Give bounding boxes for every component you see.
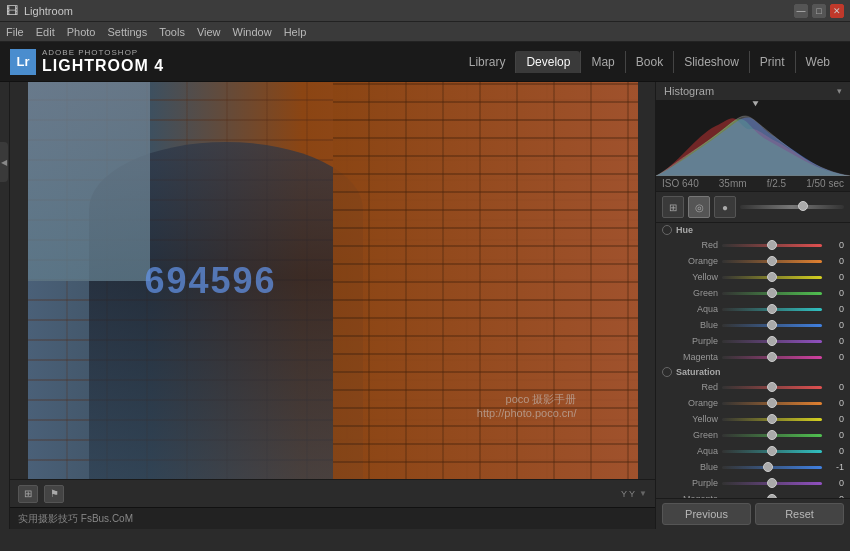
sat-green-slider[interactable] — [722, 429, 822, 441]
tab-web[interactable]: Web — [795, 51, 840, 73]
header: Lr ADOBE PHOTOSHOP LIGHTROOM 4 Library D… — [0, 42, 850, 82]
saturation-toggle-circle — [662, 367, 672, 377]
panel-footer: Previous Reset — [656, 498, 850, 529]
flag-btn[interactable]: ⚑ — [44, 485, 64, 503]
hue-section-toggle[interactable]: Hue — [656, 223, 850, 237]
sat-aqua-value: 0 — [826, 446, 844, 456]
hue-yellow-row: Yellow 0 — [656, 269, 850, 285]
zoom-label: Y Y — [621, 489, 635, 499]
reset-button[interactable]: Reset — [755, 503, 844, 525]
left-panel: ◀ — [0, 82, 10, 529]
photo-watermark: 694596 — [144, 260, 276, 302]
menu-photo[interactable]: Photo — [67, 26, 96, 38]
hue-red-row: Red 0 — [656, 237, 850, 253]
center-panel: 694596 poco 摄影手册 http://photo.poco.cn/ ⊞… — [10, 82, 655, 529]
iso-info: ISO 640 — [662, 178, 699, 189]
sliders-panel: Hue Red 0 Orange 0 — [656, 223, 850, 498]
sat-yellow-label: Yellow — [670, 414, 718, 424]
hue-toggle-circle — [662, 225, 672, 235]
shutter-info: 1/50 sec — [806, 178, 844, 189]
camera-info: ISO 640 35mm f/2.5 1/50 sec — [656, 176, 850, 192]
saturation-label: Saturation — [676, 367, 721, 377]
sat-green-value: 0 — [826, 430, 844, 440]
sat-red-label: Red — [670, 382, 718, 392]
previous-button[interactable]: Previous — [662, 503, 751, 525]
tone-slider[interactable] — [740, 205, 844, 209]
tab-map[interactable]: Map — [580, 51, 624, 73]
crop-tool-btn[interactable]: ⊞ — [18, 485, 38, 503]
sat-aqua-slider[interactable] — [722, 445, 822, 457]
tab-library[interactable]: Library — [459, 51, 516, 73]
sat-blue-slider[interactable] — [722, 461, 822, 473]
menu-tools[interactable]: Tools — [159, 26, 185, 38]
histogram-header: Histogram ▾ — [656, 82, 850, 101]
sat-magenta-row: Magenta 0 — [656, 491, 850, 498]
sat-blue-value: -1 — [826, 462, 844, 472]
hue-blue-slider[interactable] — [722, 319, 822, 331]
tab-print[interactable]: Print — [749, 51, 795, 73]
minimize-button[interactable]: — — [794, 4, 808, 18]
photo-toolbar: ⊞ ⚑ Y Y ▼ — [10, 479, 655, 507]
histogram-chart — [656, 101, 850, 176]
dot-tool[interactable]: ● — [714, 196, 736, 218]
histogram-chevron[interactable]: ▾ — [837, 86, 842, 96]
hue-magenta-label: Magenta — [670, 352, 718, 362]
menu-window[interactable]: Window — [233, 26, 272, 38]
maximize-button[interactable]: □ — [812, 4, 826, 18]
sat-orange-value: 0 — [826, 398, 844, 408]
hue-blue-label: Blue — [670, 320, 718, 330]
menu-help[interactable]: Help — [284, 26, 307, 38]
aperture-info: f/2.5 — [767, 178, 786, 189]
hue-orange-value: 0 — [826, 256, 844, 266]
sat-blue-row: Blue -1 — [656, 459, 850, 475]
menu-view[interactable]: View — [197, 26, 221, 38]
hue-green-value: 0 — [826, 288, 844, 298]
hue-purple-slider[interactable] — [722, 335, 822, 347]
menu-file[interactable]: File — [6, 26, 24, 38]
sat-red-value: 0 — [826, 382, 844, 392]
titlebar: 🎞 Lightroom — □ ✕ — [0, 0, 850, 22]
left-panel-toggle[interactable]: ◀ — [0, 142, 8, 182]
hue-orange-slider[interactable] — [722, 255, 822, 267]
logo-text: ADOBE PHOTOSHOP LIGHTROOM 4 — [42, 48, 164, 75]
tab-slideshow[interactable]: Slideshow — [673, 51, 749, 73]
tool-icons-row: ⊞ ◎ ● — [656, 192, 850, 223]
sat-yellow-row: Yellow 0 — [656, 411, 850, 427]
hue-aqua-slider[interactable] — [722, 303, 822, 315]
hue-orange-row: Orange 0 — [656, 253, 850, 269]
hue-yellow-slider[interactable] — [722, 271, 822, 283]
tab-book[interactable]: Book — [625, 51, 673, 73]
hue-aqua-row: Aqua 0 — [656, 301, 850, 317]
sat-orange-label: Orange — [670, 398, 718, 408]
hue-magenta-value: 0 — [826, 352, 844, 362]
sat-purple-slider[interactable] — [722, 477, 822, 489]
window-controls: — □ ✕ — [794, 4, 844, 18]
grid-tool[interactable]: ⊞ — [662, 196, 684, 218]
logo-area: Lr ADOBE PHOTOSHOP LIGHTROOM 4 — [10, 48, 164, 75]
sat-aqua-label: Aqua — [670, 446, 718, 456]
menubar: File Edit Photo Settings Tools View Wind… — [0, 22, 850, 42]
hue-red-value: 0 — [826, 240, 844, 250]
sat-orange-row: Orange 0 — [656, 395, 850, 411]
hue-label: Hue — [676, 225, 693, 235]
hue-green-label: Green — [670, 288, 718, 298]
hue-blue-value: 0 — [826, 320, 844, 330]
menu-edit[interactable]: Edit — [36, 26, 55, 38]
sat-orange-slider[interactable] — [722, 397, 822, 409]
saturation-section-toggle[interactable]: Saturation — [656, 365, 850, 379]
histogram-area — [656, 101, 850, 176]
hue-magenta-slider[interactable] — [722, 351, 822, 363]
hue-purple-label: Purple — [670, 336, 718, 346]
sat-magenta-slider[interactable] — [722, 493, 822, 498]
hue-red-slider[interactable] — [722, 239, 822, 251]
close-button[interactable]: ✕ — [830, 4, 844, 18]
hue-green-slider[interactable] — [722, 287, 822, 299]
sat-red-slider[interactable] — [722, 381, 822, 393]
tab-develop[interactable]: Develop — [515, 51, 580, 73]
sat-aqua-row: Aqua 0 — [656, 443, 850, 459]
hue-yellow-label: Yellow — [670, 272, 718, 282]
sat-yellow-slider[interactable] — [722, 413, 822, 425]
menu-settings[interactable]: Settings — [107, 26, 147, 38]
circle-tool[interactable]: ◎ — [688, 196, 710, 218]
titlebar-title: Lightroom — [24, 5, 73, 17]
